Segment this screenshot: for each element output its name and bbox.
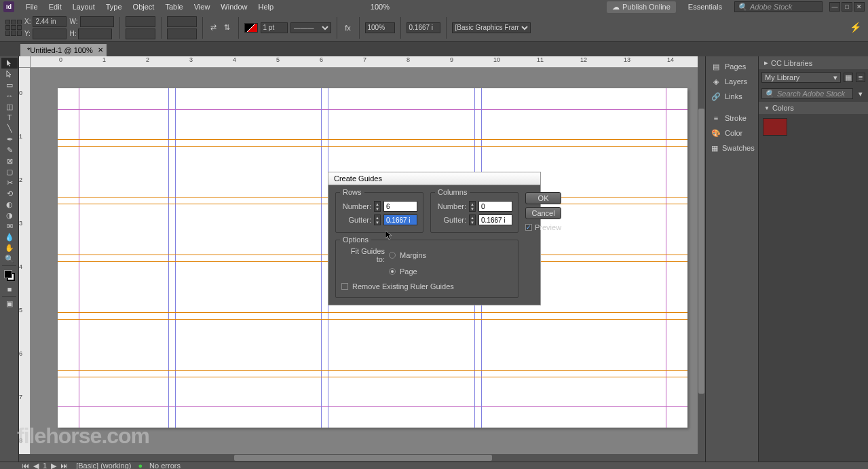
preview-checkbox[interactable]: ✓ [525,224,532,231]
content-collector-tool[interactable]: ◫ [1,101,18,112]
corner-field[interactable]: 0.1667 i [407,22,440,33]
menu-edit[interactable]: Edit [43,3,67,11]
libraries-header[interactable]: ▸CC Libraries [759,56,868,69]
rows-gutter-input[interactable] [383,214,417,225]
next-page-icon[interactable]: ▶ [50,462,58,470]
hand-tool[interactable]: ✋ [1,242,18,253]
current-page[interactable]: 1 [41,462,48,469]
stroke-style-select[interactable]: ——— [290,22,331,33]
rotate-field[interactable] [167,16,197,27]
rectangle-frame-tool[interactable]: ⊠ [1,155,18,166]
panel-swatches[interactable]: ▦Swatches [706,140,758,155]
gradient-swatch-tool[interactable]: ◐ [1,199,18,210]
gap-tool[interactable]: ↔ [1,90,18,101]
menu-view[interactable]: View [189,3,216,11]
vertical-ruler[interactable]: 012345678 [19,68,31,454]
list-view-icon[interactable]: ≡ [856,73,865,82]
pencil-tool[interactable]: ✎ [1,145,18,155]
shear-field[interactable] [167,29,197,39]
panel-links[interactable]: 🔗Links [706,89,758,104]
opacity-field[interactable]: 100% [365,22,395,33]
grid-view-icon[interactable]: ▦ [844,73,853,82]
panel-layers[interactable]: ◈Layers [706,74,758,89]
zoom-level[interactable]: 100% [371,3,390,11]
reference-point[interactable] [5,20,22,36]
maximize-button[interactable]: □ [842,2,852,12]
menu-layout[interactable]: Layout [67,3,100,11]
menu-object[interactable]: Object [128,3,160,11]
rectangle-tool[interactable]: ▢ [1,166,18,177]
direct-selection-tool[interactable] [1,69,18,79]
status-errors[interactable]: No errors [149,462,181,469]
stroke-weight-field[interactable]: 1 pt [261,22,288,33]
panel-stroke[interactable]: ≡Stroke [706,111,758,126]
page-radio[interactable] [389,268,396,275]
w-field[interactable] [80,16,114,27]
note-tool[interactable]: ✉ [1,221,18,231]
selection-tool[interactable] [1,58,18,69]
pen-tool[interactable]: ✒ [1,134,18,145]
stock-search[interactable]: 🔍 Adobe Stock [734,1,823,12]
library-select[interactable]: My Library▾ [761,72,841,83]
horizontal-scrollbar[interactable] [31,454,698,462]
view-mode-button[interactable]: ▣ [1,298,18,309]
flip-v-icon[interactable]: ⇅ [222,22,233,33]
scale-x-field[interactable] [126,16,155,27]
ruler-origin[interactable] [19,56,31,68]
page-navigator[interactable]: ⏮ ◀ 1 ▶ ⏭ [20,462,69,470]
document-tab[interactable]: *Untitled-1 @ 100% ✕ [20,44,107,56]
flip-h-icon[interactable]: ⇄ [208,22,219,33]
prev-page-icon[interactable]: ◀ [32,462,40,470]
remove-guides-checkbox[interactable] [341,283,348,290]
line-tool[interactable]: ╲ [1,123,18,134]
rows-number-stepper[interactable]: ▲▼ [374,201,381,212]
y-field[interactable] [33,29,67,39]
panel-color[interactable]: 🎨Color [706,126,758,140]
tab-close-icon[interactable]: ✕ [98,46,103,54]
chevron-down-icon: ▾ [833,73,837,82]
cols-gutter-input[interactable] [478,214,512,225]
menu-file[interactable]: File [20,3,43,11]
cols-gutter-stepper[interactable]: ▲▼ [469,214,476,225]
object-style-select[interactable]: [Basic Graphics Frame] [452,22,531,33]
eyedropper-tool[interactable]: 💧 [1,231,18,242]
menu-help[interactable]: Help [252,3,279,11]
page-tool[interactable]: ▭ [1,79,18,90]
free-transform-tool[interactable]: ⟲ [1,188,18,199]
cancel-button[interactable]: Cancel [525,207,561,219]
scissors-tool[interactable]: ✂ [1,177,18,188]
close-button[interactable]: ✕ [854,2,865,12]
fill-stroke-swatch[interactable] [4,270,15,281]
cols-number-input[interactable] [478,201,512,212]
panel-pages[interactable]: ▤Pages [706,59,758,74]
margins-radio[interactable] [389,252,396,259]
workspace-switcher[interactable]: Essentials [683,3,728,11]
status-layout[interactable]: [Basic] (working) [76,462,131,469]
first-page-icon[interactable]: ⏮ [20,462,31,469]
last-page-icon[interactable]: ⏭ [59,462,69,469]
effects-icon[interactable]: fx [343,22,354,33]
scale-y-field[interactable] [126,29,155,39]
zoom-tool[interactable]: 🔍 [1,253,18,264]
horizontal-ruler[interactable]: 0123456789101112131415 [31,56,698,68]
type-tool[interactable]: T [1,112,18,123]
menu-table[interactable]: Table [159,3,188,11]
library-search[interactable]: 🔍Search Adobe Stock [761,88,853,99]
filter-icon[interactable]: ▾ [856,89,865,98]
menu-window[interactable]: Window [215,3,252,11]
ok-button[interactable]: OK [525,192,561,204]
gradient-feather-tool[interactable]: ◑ [1,210,18,221]
rows-number-input[interactable] [383,201,417,212]
x-field[interactable]: 2.44 in [33,16,67,27]
vertical-scrollbar[interactable] [698,68,705,454]
cols-number-stepper[interactable]: ▲▼ [469,201,476,212]
minimize-button[interactable]: — [829,2,840,12]
apply-color-button[interactable]: ■ [1,284,18,295]
fill-swatch[interactable] [244,23,258,33]
color-swatch[interactable] [763,118,787,136]
h-field[interactable] [78,29,112,39]
rows-gutter-stepper[interactable]: ▲▼ [374,214,381,225]
colors-section[interactable]: Colors [759,102,868,114]
menu-type[interactable]: Type [100,3,128,11]
publish-online-button[interactable]: ☁ Publish Online [607,1,676,13]
